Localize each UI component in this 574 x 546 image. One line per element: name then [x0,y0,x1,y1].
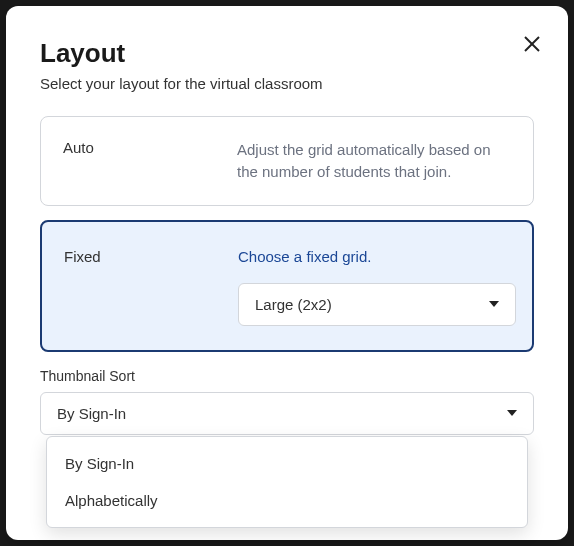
sort-option-alphabetically[interactable]: Alphabetically [47,482,527,519]
layout-option-fixed[interactable]: Fixed Choose a fixed grid. Large (2x2) [40,220,534,352]
layout-option-auto[interactable]: Auto Adjust the grid automatically based… [40,116,534,206]
thumbnail-sort-wrap: By Sign-In By Sign-In Alphabetically [40,392,534,435]
option-body-fixed: Choose a fixed grid. Large (2x2) [238,248,516,326]
thumbnail-sort-label: Thumbnail Sort [40,368,534,384]
close-icon [523,35,541,53]
thumbnail-sort-value: By Sign-In [57,405,126,422]
option-label-fixed: Fixed [64,248,214,326]
modal-subtitle: Select your layout for the virtual class… [40,75,534,92]
chevron-down-icon [507,410,517,416]
option-label-auto: Auto [63,139,213,183]
layout-modal: Layout Select your layout for the virtua… [6,6,568,540]
close-button[interactable] [520,32,544,56]
sort-option-by-sign-in[interactable]: By Sign-In [47,445,527,482]
chevron-down-icon [489,301,499,307]
thumbnail-sort-select[interactable]: By Sign-In [40,392,534,435]
modal-title: Layout [40,38,534,69]
thumbnail-sort-menu: By Sign-In Alphabetically [46,436,528,528]
option-desc-fixed: Choose a fixed grid. [238,248,516,265]
grid-size-value: Large (2x2) [255,296,332,313]
option-desc-auto: Adjust the grid automatically based on t… [237,139,511,183]
grid-size-select[interactable]: Large (2x2) [238,283,516,326]
